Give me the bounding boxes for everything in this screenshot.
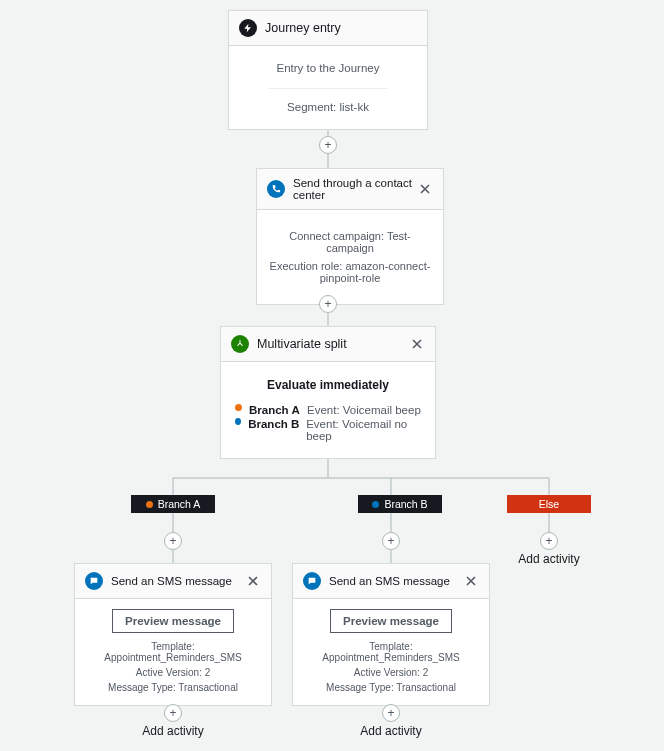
branch-row-a: Branch A Event: Voicemail beep <box>235 404 421 416</box>
contact-center-body: Connect campaign: Test-campaign Executio… <box>257 210 443 304</box>
dot-orange <box>235 404 242 411</box>
journey-entry-title: Journey entry <box>265 21 417 35</box>
sms-card-a: Send an SMS message Preview message Temp… <box>74 563 272 706</box>
entry-subtitle: Entry to the Journey <box>239 56 417 80</box>
sms-a-title: Send an SMS message <box>111 575 245 587</box>
sms-b-body: Preview message Template: Appointment_Re… <box>293 599 489 705</box>
close-icon[interactable] <box>409 336 425 352</box>
dot-blue <box>235 418 241 425</box>
split-header: Multivariate split <box>221 327 435 362</box>
split-body: Evaluate immediately Branch A Event: Voi… <box>221 362 435 458</box>
lightning-icon <box>239 19 257 37</box>
journey-entry-body: Entry to the Journey Segment: list-kk <box>229 46 427 129</box>
branch-row-b: Branch B Event: Voicemail no beep <box>235 418 421 442</box>
branch-b-detail: Event: Voicemail no beep <box>306 418 421 442</box>
split-heading: Evaluate immediately <box>235 378 421 392</box>
split-title: Multivariate split <box>257 337 409 351</box>
branch-b-pill-label: Branch B <box>384 498 427 510</box>
add-activity-button[interactable]: + <box>319 136 337 154</box>
sms-a-body: Preview message Template: Appointment_Re… <box>75 599 271 705</box>
branch-a-pill-label: Branch A <box>158 498 201 510</box>
add-activity-button[interactable]: + <box>164 704 182 722</box>
add-activity-button[interactable]: + <box>164 532 182 550</box>
branch-b-label: Branch B <box>248 418 306 442</box>
close-icon[interactable] <box>245 573 261 589</box>
chat-icon <box>303 572 321 590</box>
close-icon[interactable] <box>417 181 433 197</box>
branch-a-detail: Event: Voicemail beep <box>307 404 421 416</box>
else-pill: Else <box>507 495 591 513</box>
sms-b-version: Active Version: 2 <box>303 667 479 678</box>
add-activity-button[interactable]: + <box>382 532 400 550</box>
sms-a-header: Send an SMS message <box>75 564 271 599</box>
contact-center-header: Send through a contact center <box>257 169 443 210</box>
sms-card-b: Send an SMS message Preview message Temp… <box>292 563 490 706</box>
add-activity-label: Add activity <box>123 724 223 738</box>
sms-b-header: Send an SMS message <box>293 564 489 599</box>
sms-b-template: Template: Appointment_Reminders_SMS <box>303 641 479 663</box>
cc-campaign: Connect campaign: Test-campaign <box>267 230 433 254</box>
entry-segment: Segment: list-kk <box>239 97 417 117</box>
split-card: Multivariate split Evaluate immediately … <box>220 326 436 459</box>
add-activity-button[interactable]: + <box>540 532 558 550</box>
contact-center-title: Send through a contact center <box>293 177 417 201</box>
branch-b-pill: Branch B <box>358 495 442 513</box>
sms-a-template: Template: Appointment_Reminders_SMS <box>85 641 261 663</box>
close-icon[interactable] <box>463 573 479 589</box>
sms-b-title: Send an SMS message <box>329 575 463 587</box>
branch-a-label: Branch A <box>249 404 307 416</box>
branch-a-pill: Branch A <box>131 495 215 513</box>
add-activity-button[interactable]: + <box>382 704 400 722</box>
add-activity-button[interactable]: + <box>319 295 337 313</box>
phone-icon <box>267 180 285 198</box>
add-activity-label: Add activity <box>341 724 441 738</box>
preview-message-button[interactable]: Preview message <box>330 609 452 633</box>
journey-entry-card: Journey entry Entry to the Journey Segme… <box>228 10 428 130</box>
add-activity-label: Add activity <box>499 552 599 566</box>
journey-entry-header: Journey entry <box>229 11 427 46</box>
chat-icon <box>85 572 103 590</box>
cc-role: Execution role: amazon-connect-pinpoint-… <box>267 260 433 284</box>
contact-center-card: Send through a contact center Connect ca… <box>256 168 444 305</box>
dot-blue <box>372 501 379 508</box>
else-pill-label: Else <box>539 498 559 510</box>
sms-a-version: Active Version: 2 <box>85 667 261 678</box>
preview-message-button[interactable]: Preview message <box>112 609 234 633</box>
sms-b-msgtype: Message Type: Transactional <box>303 682 479 693</box>
dot-orange <box>146 501 153 508</box>
split-icon <box>231 335 249 353</box>
sms-a-msgtype: Message Type: Transactional <box>85 682 261 693</box>
